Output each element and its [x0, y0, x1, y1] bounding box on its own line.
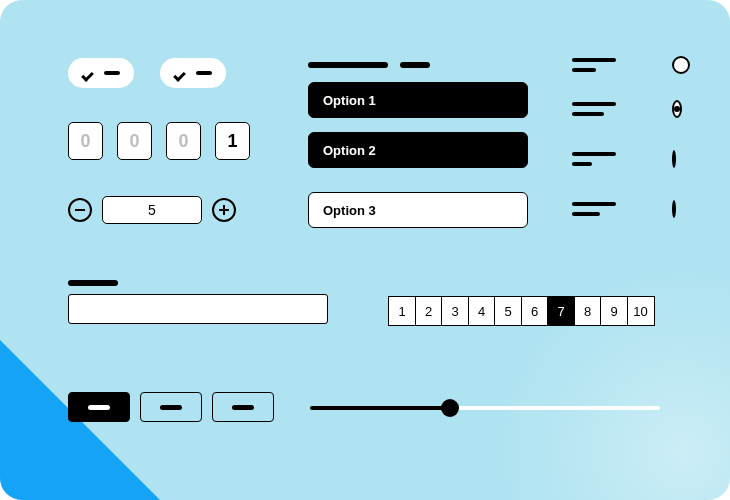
chip-toggle[interactable]: [68, 58, 134, 88]
primary-button[interactable]: [68, 392, 130, 422]
page-button[interactable]: 3: [441, 296, 469, 326]
chip-toggle[interactable]: [160, 58, 226, 88]
radio-button[interactable]: [672, 56, 690, 74]
radio-item[interactable]: [572, 150, 664, 168]
radio-button[interactable]: [672, 150, 676, 168]
page-button[interactable]: 1: [388, 296, 416, 326]
stepper-value[interactable]: 5: [102, 196, 202, 224]
text-input[interactable]: [68, 294, 328, 324]
otp-digit[interactable]: 1: [215, 122, 250, 160]
slider[interactable]: [310, 398, 660, 418]
page-button[interactable]: 9: [600, 296, 628, 326]
dropdown-header-placeholder: [308, 62, 430, 68]
pagination: 1 2 3 4 5 6 7 8 9 10: [388, 296, 655, 326]
input-label-placeholder: [68, 280, 118, 286]
page-button[interactable]: 10: [627, 296, 655, 326]
number-stepper: 5: [68, 196, 236, 224]
stepper-decrement[interactable]: [68, 198, 92, 222]
slider-track-filled: [310, 406, 450, 410]
dash-icon: [104, 71, 120, 75]
radio-button[interactable]: [672, 200, 676, 218]
page-button[interactable]: 6: [521, 296, 549, 326]
text-placeholder: [572, 102, 616, 116]
radio-item[interactable]: [572, 56, 690, 74]
page-button[interactable]: 8: [574, 296, 602, 326]
secondary-button[interactable]: [140, 392, 202, 422]
radio-button[interactable]: [672, 100, 682, 118]
dropdown-option[interactable]: Option 1: [308, 82, 528, 118]
slider-thumb[interactable]: [441, 399, 459, 417]
text-placeholder: [572, 58, 616, 72]
stepper-increment[interactable]: [212, 198, 236, 222]
check-icon: [174, 65, 190, 81]
page-button[interactable]: 2: [415, 296, 443, 326]
text-input-group: [68, 280, 328, 324]
otp-digit[interactable]: 0: [166, 122, 201, 160]
otp-digit[interactable]: 0: [117, 122, 152, 160]
page-button[interactable]: 4: [468, 296, 496, 326]
dash-icon: [196, 71, 212, 75]
page-button[interactable]: 5: [494, 296, 522, 326]
text-placeholder: [572, 202, 616, 216]
otp-input[interactable]: 0 0 0 1: [68, 122, 250, 160]
secondary-button[interactable]: [212, 392, 274, 422]
dropdown-option[interactable]: Option 2: [308, 132, 528, 168]
check-icon: [82, 65, 98, 81]
ui-kit-canvas: 0 0 0 1 5 Option 1 Option 2 Option 3: [0, 0, 730, 500]
text-placeholder: [572, 152, 616, 166]
slider-track-empty: [450, 406, 660, 410]
otp-digit[interactable]: 0: [68, 122, 103, 160]
radio-item[interactable]: [572, 200, 664, 218]
dropdown-option[interactable]: Option 3: [308, 192, 528, 228]
page-button[interactable]: 7: [547, 296, 575, 326]
radio-item[interactable]: [572, 100, 664, 118]
